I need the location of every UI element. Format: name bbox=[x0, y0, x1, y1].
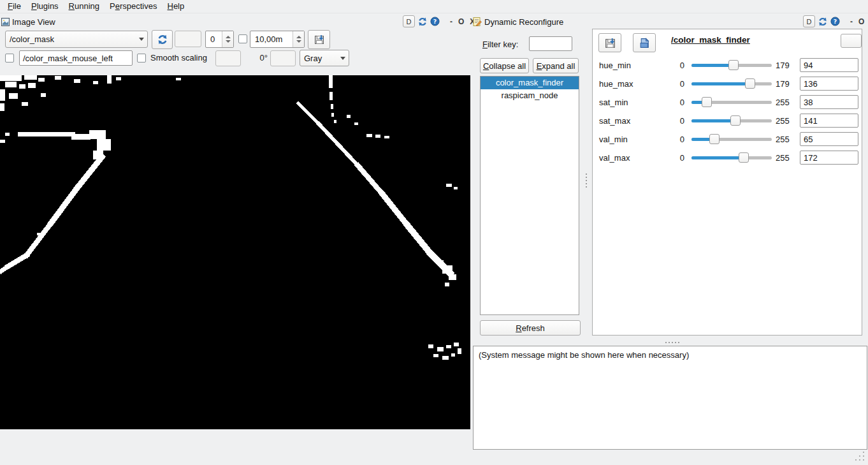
empty-field-2[interactable] bbox=[215, 50, 241, 66]
collapse-all-button[interactable]: Collapse all bbox=[480, 58, 529, 73]
param-slider[interactable] bbox=[691, 82, 772, 85]
spin-down-icon[interactable] bbox=[296, 40, 301, 43]
save-image-icon bbox=[314, 34, 325, 45]
save-config-button[interactable] bbox=[598, 33, 621, 52]
dock-button[interactable]: D bbox=[403, 15, 415, 27]
param-max-label: 179 bbox=[776, 61, 795, 70]
param-slider[interactable] bbox=[691, 138, 772, 141]
param-slider-handle[interactable] bbox=[745, 78, 755, 89]
svg-text:?: ? bbox=[834, 18, 837, 25]
param-value-input[interactable]: 136 bbox=[800, 77, 858, 91]
reload-plugin-icon[interactable] bbox=[417, 16, 428, 27]
dock-button[interactable]: D bbox=[803, 15, 815, 27]
node-item-color_mask_finder[interactable]: color_mask_finder bbox=[481, 77, 579, 89]
smooth-scaling-checkbox[interactable] bbox=[137, 54, 146, 63]
resize-grip[interactable] bbox=[854, 450, 865, 462]
param-slider-fill bbox=[691, 82, 753, 85]
mask-blob bbox=[454, 187, 458, 189]
menu-bar: File Plugins Running Perspectives Help bbox=[0, 0, 868, 13]
help-icon[interactable]: ? bbox=[830, 16, 841, 27]
load-config-button[interactable] bbox=[633, 33, 656, 52]
menu-help[interactable]: Help bbox=[162, 0, 189, 13]
menu-file[interactable]: File bbox=[3, 0, 26, 13]
menu-running[interactable]: Running bbox=[64, 0, 105, 13]
dynamic-range-checkbox[interactable] bbox=[238, 34, 247, 43]
param-label: sat_max bbox=[599, 116, 630, 126]
colormap-combo-value: Gray bbox=[300, 54, 337, 63]
mask-blob bbox=[331, 113, 334, 117]
help-icon[interactable]: ? bbox=[430, 16, 440, 27]
mask-blob bbox=[433, 354, 438, 357]
spin-up-icon[interactable] bbox=[296, 36, 301, 38]
empty-field-3[interactable] bbox=[270, 50, 296, 66]
refresh-nodes-button[interactable]: Refresh bbox=[480, 320, 581, 336]
param-value-input[interactable]: 94 bbox=[800, 58, 858, 72]
refresh-topics-button[interactable] bbox=[152, 30, 173, 49]
mask-blob bbox=[55, 76, 61, 80]
param-slider-handle[interactable] bbox=[730, 115, 741, 126]
param-min-label: 0 bbox=[674, 79, 684, 89]
param-slider-handle[interactable] bbox=[728, 60, 739, 70]
spin-down-icon[interactable] bbox=[226, 40, 231, 43]
mask-blob bbox=[71, 134, 90, 140]
param-value-input[interactable]: 65 bbox=[800, 132, 858, 146]
spin-up-icon[interactable] bbox=[226, 36, 231, 38]
param-slider-handle[interactable] bbox=[739, 152, 749, 163]
param-label: hue_min bbox=[599, 61, 631, 70]
node-item-raspicam_node[interactable]: raspicam_node bbox=[481, 89, 579, 102]
mask-blob bbox=[442, 356, 449, 360]
menu-perspectives[interactable]: Perspectives bbox=[105, 0, 162, 13]
mask-blob bbox=[9, 93, 18, 99]
param-row-val_max: val_max0255172 bbox=[593, 149, 862, 167]
empty-toolbar-field[interactable] bbox=[175, 31, 201, 47]
minimize-button[interactable]: - bbox=[448, 17, 454, 26]
expand-all-button[interactable]: Expand all bbox=[533, 58, 579, 73]
param-slider[interactable] bbox=[691, 101, 772, 104]
mouse-topic-field[interactable]: /color_mask_mouse_left bbox=[19, 50, 133, 66]
mask-blob bbox=[428, 344, 433, 348]
system-message-area[interactable]: (System message might be shown here when… bbox=[473, 346, 867, 450]
save-image-button[interactable] bbox=[308, 30, 330, 49]
mask-blob bbox=[89, 130, 106, 139]
vertical-splitter[interactable] bbox=[586, 173, 587, 188]
node-tree: color_mask_finderraspicam_node bbox=[480, 76, 579, 315]
mask-blob bbox=[74, 79, 80, 83]
colormap-combo[interactable]: Gray bbox=[300, 50, 349, 66]
rotation-spinbox[interactable]: 0 bbox=[205, 31, 234, 48]
reload-plugin-icon[interactable] bbox=[817, 16, 828, 27]
param-label: val_max bbox=[599, 153, 630, 163]
param-slider[interactable] bbox=[691, 156, 772, 159]
param-slider[interactable] bbox=[691, 119, 772, 122]
mask-blob bbox=[0, 89, 5, 101]
close-node-button[interactable] bbox=[841, 34, 862, 48]
publish-click-checkbox[interactable] bbox=[5, 54, 14, 63]
minimize-button[interactable]: - bbox=[848, 17, 855, 26]
horizontal-splitter[interactable] bbox=[665, 342, 679, 343]
mask-blob bbox=[107, 75, 112, 84]
param-slider-handle[interactable] bbox=[702, 97, 712, 107]
image-topic-combo-value: /color_mask bbox=[6, 34, 136, 44]
param-slider-fill bbox=[691, 156, 746, 159]
mask-blob bbox=[375, 135, 380, 138]
mask-blob bbox=[18, 132, 75, 137]
param-value-input[interactable]: 141 bbox=[800, 114, 858, 128]
param-min-label: 0 bbox=[674, 153, 684, 163]
restore-button[interactable]: O bbox=[857, 17, 866, 26]
image-topic-combo[interactable]: /color_mask bbox=[5, 31, 148, 48]
mask-blob bbox=[354, 122, 358, 125]
param-value-input[interactable]: 38 bbox=[800, 95, 858, 109]
param-min-label: 0 bbox=[674, 98, 684, 107]
system-message-text: (System message might be shown here when… bbox=[479, 350, 689, 360]
menu-plugins[interactable]: Plugins bbox=[26, 0, 64, 13]
param-value-input[interactable]: 172 bbox=[800, 151, 858, 165]
param-slider-handle[interactable] bbox=[709, 134, 720, 144]
mask-blob bbox=[384, 136, 389, 138]
restore-button[interactable]: O bbox=[456, 17, 466, 26]
refresh-icon bbox=[157, 34, 168, 45]
mask-blob bbox=[446, 345, 451, 348]
chevron-down-icon bbox=[337, 57, 349, 60]
filter-key-input[interactable] bbox=[529, 36, 572, 51]
param-slider[interactable] bbox=[691, 64, 772, 67]
mask-blob bbox=[458, 348, 461, 354]
max-range-spinbox[interactable]: 10,00m bbox=[250, 31, 305, 48]
